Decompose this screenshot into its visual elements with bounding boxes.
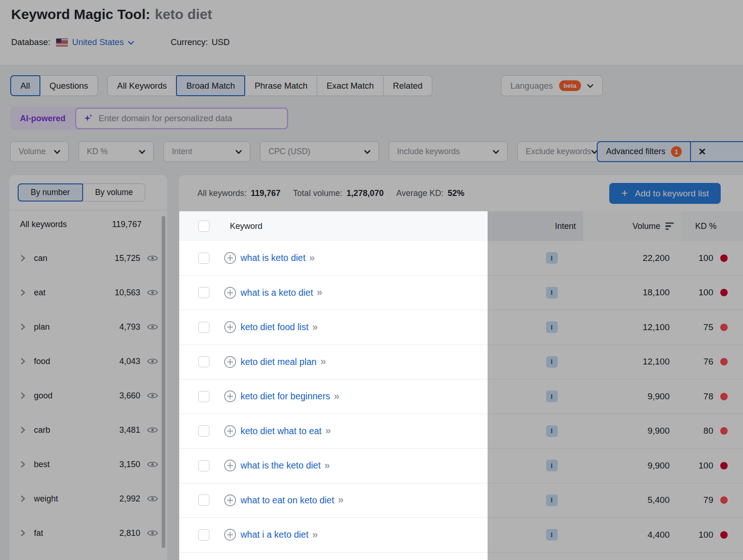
keyword-link[interactable]: what is keto diet <box>241 253 306 263</box>
languages-dropdown[interactable]: Languages beta <box>501 75 603 96</box>
row-checkbox[interactable] <box>198 253 209 264</box>
add-keyword-icon[interactable] <box>224 252 236 264</box>
keyword-group-item[interactable]: plan 4,793 <box>9 310 167 344</box>
chevron-right-icon[interactable] <box>20 254 26 262</box>
chevron-right-icon[interactable] <box>20 495 26 502</box>
add-keyword-icon[interactable] <box>224 287 236 299</box>
chevron-right-icon[interactable] <box>20 461 26 468</box>
filter-dropdown[interactable]: Volume <box>10 141 69 162</box>
add-keyword-icon[interactable] <box>224 494 236 507</box>
add-keyword-icon[interactable] <box>224 390 236 403</box>
filter-dropdown[interactable]: CPC (USD) <box>260 141 379 162</box>
by-number-toggle[interactable]: By number <box>18 183 83 202</box>
keyword-group-item[interactable]: weight 2,992 <box>9 482 167 516</box>
open-keyword-icon[interactable]: » <box>317 287 322 299</box>
keyword-link[interactable]: what is a keto diet <box>241 287 313 298</box>
add-keyword-icon[interactable] <box>224 528 236 541</box>
row-checkbox[interactable] <box>198 391 209 402</box>
eye-icon[interactable] <box>147 391 158 400</box>
open-keyword-icon[interactable]: » <box>312 529 318 541</box>
tab-broad-match[interactable]: Broad Match <box>176 75 245 96</box>
table-row: what i a keto diet » I 4,400 100 <box>179 518 743 553</box>
eye-icon[interactable] <box>147 426 158 434</box>
filter-dropdown[interactable]: KD % <box>78 141 154 162</box>
eye-icon[interactable] <box>147 323 158 331</box>
advanced-filters-button[interactable]: Advanced filters 1 <box>598 146 690 157</box>
chevron-right-icon[interactable] <box>20 323 26 331</box>
eye-icon[interactable] <box>147 254 158 262</box>
keyword-group-item[interactable]: good 3,660 <box>9 378 167 413</box>
open-keyword-icon[interactable]: » <box>326 425 331 437</box>
keyword-group-item[interactable]: food 4,043 <box>9 344 167 378</box>
kd-column-header[interactable]: KD % <box>681 211 743 241</box>
keyword-link[interactable]: keto diet for beginners <box>241 391 330 402</box>
intent-informational-badge: I <box>546 495 558 506</box>
domain-input[interactable] <box>98 113 280 124</box>
filter-dropdown[interactable]: Intent <box>163 141 250 162</box>
database-row: Database: United States Currency: USD <box>11 35 230 49</box>
add-keyword-icon[interactable] <box>224 321 236 333</box>
add-keyword-icon[interactable] <box>224 459 236 472</box>
keyword-group-item[interactable]: carb 3,481 <box>9 413 167 447</box>
eye-icon[interactable] <box>147 460 158 469</box>
by-volume-toggle[interactable]: By volume <box>83 183 146 202</box>
tab-all[interactable]: All <box>10 75 40 96</box>
open-keyword-icon[interactable]: » <box>324 460 330 472</box>
clear-filters-button[interactable]: × <box>691 142 713 161</box>
eye-icon[interactable] <box>147 357 158 365</box>
add-to-keyword-list-button[interactable]: + Add to keyword list <box>609 183 721 204</box>
kd-cell: 100 <box>681 449 743 483</box>
keyword-link[interactable]: keto diet meal plan <box>241 357 317 367</box>
volume-cell: 5,400 <box>583 483 681 518</box>
row-checkbox[interactable] <box>198 356 209 367</box>
database-selector[interactable]: United States <box>72 37 134 47</box>
keyword-link[interactable]: keto diet what to eat <box>241 426 322 436</box>
keyword-group-item[interactable]: can 15,725 <box>9 241 167 275</box>
row-checkbox[interactable] <box>198 460 209 471</box>
eye-icon[interactable] <box>147 288 158 297</box>
intent-informational-badge: I <box>546 391 558 402</box>
chevron-right-icon[interactable] <box>20 289 26 296</box>
add-keyword-icon[interactable] <box>224 425 236 437</box>
row-checkbox[interactable] <box>198 495 209 506</box>
open-keyword-icon[interactable]: » <box>338 494 344 506</box>
tab-phrase-match[interactable]: Phrase Match <box>245 75 317 96</box>
currency-label: Currency: <box>170 37 208 47</box>
volume-column-header[interactable]: Volume <box>583 211 681 241</box>
select-all-checkbox[interactable] <box>198 221 209 232</box>
keyword-link[interactable]: what to eat on keto diet <box>241 495 334 506</box>
eye-icon[interactable] <box>147 495 158 503</box>
tab-all-keywords[interactable]: All Keywords <box>107 75 176 96</box>
intent-column-header[interactable]: Intent <box>488 211 583 241</box>
keyword-group-item[interactable]: fat 2,810 <box>9 516 167 550</box>
all-keywords-group[interactable]: All keywords 119,767 <box>9 210 167 238</box>
keyword-link[interactable]: keto diet food list <box>241 322 308 332</box>
row-checkbox[interactable] <box>198 322 209 333</box>
open-keyword-icon[interactable]: » <box>320 356 326 368</box>
filter-dropdown[interactable]: Include keywords <box>389 141 508 162</box>
row-checkbox[interactable] <box>198 287 209 298</box>
add-keyword-icon[interactable] <box>224 356 236 368</box>
keyword-group-item[interactable]: best 3,150 <box>9 447 167 482</box>
open-keyword-icon[interactable]: » <box>309 252 315 264</box>
eye-icon[interactable] <box>147 529 158 537</box>
kd-difficulty-dot <box>720 531 728 539</box>
open-keyword-icon[interactable]: » <box>334 391 339 403</box>
row-checkbox[interactable] <box>198 529 209 540</box>
chevron-right-icon[interactable] <box>20 426 26 434</box>
chevron-right-icon[interactable] <box>20 392 26 399</box>
kd-difficulty-dot <box>720 427 728 435</box>
keyword-link[interactable]: what is the keto diet <box>241 460 320 471</box>
filter-dropdown[interactable]: Exclude keywords <box>517 141 606 162</box>
chevron-right-icon[interactable] <box>20 529 26 537</box>
keyword-link[interactable]: what i a keto diet <box>241 529 308 540</box>
keyword-cell: keto diet for beginners » <box>179 379 488 414</box>
tab-questions[interactable]: Questions <box>40 75 98 96</box>
keyword-group-item[interactable]: eat 10,563 <box>9 275 167 310</box>
tab-exact-match[interactable]: Exact Match <box>317 75 384 96</box>
tab-related[interactable]: Related <box>383 75 432 96</box>
sidebar-scrollbar[interactable] <box>162 216 165 548</box>
row-checkbox[interactable] <box>198 425 209 436</box>
open-keyword-icon[interactable]: » <box>312 321 318 333</box>
chevron-right-icon[interactable] <box>20 358 26 365</box>
